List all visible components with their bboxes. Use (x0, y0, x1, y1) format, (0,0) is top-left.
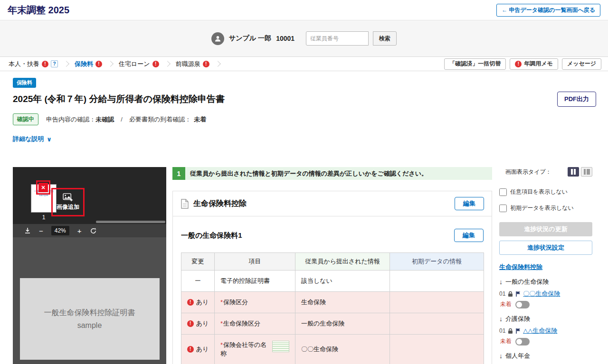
required-mark: * (220, 341, 223, 348)
alert-icon: ! (203, 61, 209, 67)
alert-icon: ! (187, 299, 194, 306)
thumbnail-scrollbar[interactable] (96, 221, 165, 223)
alert-icon: ! (42, 61, 48, 67)
table-row: !あり *保険会社等の名称 〇〇生命保険 (181, 335, 484, 364)
status-row: 確認中 申告内容の確認： 未確認 / 必要書類の到着確認： 未着 (13, 113, 608, 125)
tab-bar-actions: 「確認済」一括切替 ! 年調用メモ メッセージ (444, 58, 601, 70)
detail-description-link[interactable]: 詳細な説明 ∨ (13, 135, 52, 143)
update-progress-button[interactable]: 進捗状況の更新 (499, 222, 592, 236)
add-image-button[interactable]: 画像追加 (51, 188, 85, 216)
help-icon[interactable]: ? (51, 60, 58, 67)
arrow-down-icon: ↓ (499, 278, 503, 286)
arrival-toggle[interactable] (515, 301, 530, 308)
policy-link[interactable]: △△生命保険 (523, 327, 557, 335)
user-avatar-icon (211, 32, 224, 45)
tab-jutaku-loan[interactable]: 住宅ローン ! (117, 60, 161, 68)
rotate-icon[interactable] (90, 227, 97, 234)
chevron-separator-icon (63, 61, 69, 67)
progress-settings-button[interactable]: 進捗状況設定 (499, 241, 592, 255)
col-header-item: 項目 (215, 253, 295, 271)
chevron-separator-icon (215, 61, 221, 67)
chevron-separator-icon (164, 61, 171, 67)
viewer-toolbar: − 42% + (13, 224, 166, 237)
section-edit-button[interactable]: 編集 (455, 197, 484, 210)
zoom-in-button[interactable]: + (77, 227, 82, 234)
user-bar: サンプル 一郎 10001 検索 (0, 20, 608, 57)
hide-initial-data-checkbox-row: 初期データを表示しない (499, 204, 592, 212)
group-item-row: 01 △△生命保険 (499, 327, 592, 335)
bulk-confirm-button[interactable]: 「確認済」一括切替 (444, 58, 506, 70)
col-header-submitted: 従業員から提出された情報 (295, 253, 390, 271)
tab-hokenryo[interactable]: 保険料 ! (73, 60, 104, 68)
life-insurance-card: 生命保険料控除 編集 一般の生命保険料1 編集 変更 項目 従業員から提出さ (172, 191, 492, 364)
pdf-export-button[interactable]: PDF出力 (557, 92, 596, 107)
table-row: !あり *保険区分 生命保険 (181, 292, 484, 313)
alert-icon: ! (152, 61, 159, 67)
thumbnail-strip: 一般保険料控除 sample 1 × 画像追加 (13, 167, 166, 224)
life-insurance-link[interactable]: 生命保険料控除 (499, 263, 542, 271)
user-name: サンプル 一郎 (229, 34, 271, 43)
required-mark: * (220, 299, 223, 306)
diff-table: 変更 項目 従業員から提出された情報 初期データの情報 ー 電子的控除証明書 該… (181, 252, 484, 364)
group-status-row: 未着 (499, 337, 592, 345)
alert-icon: ! (187, 346, 194, 353)
top-header: 年末調整 2025 ← 申告データ確認の一覧画面へ戻る (0, 0, 608, 20)
employee-number-input[interactable] (306, 31, 369, 46)
section-header: 生命保険料控除 編集 (173, 191, 492, 216)
memo-button[interactable]: ! 年調用メモ (510, 58, 558, 70)
download-icon[interactable] (24, 227, 31, 234)
year-end-adjustment-page: 年末調整 2025 ← 申告データ確認の一覧画面へ戻る サンプル 一郎 1000… (0, 0, 608, 364)
status-badge: 確認中 (13, 113, 38, 125)
arrow-down-icon: ↓ (499, 315, 503, 323)
back-to-list-button[interactable]: ← 申告データ確認の一覧画面へ戻る (496, 4, 600, 17)
flag-icon (515, 291, 521, 297)
message-button[interactable]: メッセージ (562, 58, 601, 70)
certificate-preview-document: 一般生命保険料控除証明書 sample (20, 278, 160, 360)
arrival-status: 未着 (500, 300, 512, 308)
subsection-title: 一般の生命保険料1 (181, 231, 242, 240)
lock-icon (508, 328, 513, 334)
group-nursing-care: ↓ 介護保険 (499, 315, 592, 323)
chevron-separator-icon (107, 61, 114, 67)
arrival-toggle[interactable] (515, 338, 530, 345)
category-tab-bar: 本人・扶養 ! ? 保険料 ! 住宅ローン ! 前職源泉 ! 「確認済」一括切替… (0, 57, 608, 71)
col-header-initial: 初期データの情報 (390, 253, 484, 271)
delete-image-button[interactable]: × (38, 183, 48, 192)
chevron-down-icon: ∨ (47, 136, 52, 143)
alert-icon: ! (515, 61, 522, 67)
instruction-banner: 1 従業員から提出された情報と初期データの情報の差異が正しいかをご確認ください。 (172, 167, 492, 180)
confirm-label: 申告内容の確認： (46, 115, 95, 124)
flag-icon (515, 328, 521, 334)
zoom-out-button[interactable]: − (39, 227, 43, 234)
arrival-label: 必要書類の到着確認： (129, 115, 191, 124)
step-number-badge: 1 (172, 167, 185, 180)
delete-image-highlight: × (36, 180, 50, 195)
display-type-split-button[interactable] (568, 167, 579, 177)
image-preview-area[interactable]: 一般生命保険料控除証明書 sample (13, 237, 166, 364)
arrow-down-icon: ↓ (499, 352, 503, 360)
search-button[interactable]: 検索 (373, 31, 397, 46)
hide-optional-items-checkbox[interactable] (499, 188, 507, 196)
subsection-edit-button[interactable]: 編集 (454, 229, 484, 242)
zoom-level: 42% (51, 226, 69, 235)
policy-link[interactable]: 〇〇生命保険 (523, 289, 560, 298)
group-personal-pension: ↓ 個人年金 (499, 352, 592, 360)
display-type-wide-button[interactable] (581, 167, 592, 177)
hide-optional-items-checkbox-row: 任意項目を表示しない (499, 188, 592, 196)
table-row: ー 電子的控除証明書 該当しない (181, 271, 484, 292)
arrival-value: 未着 (194, 115, 206, 124)
certificate-mini-thumbnail[interactable] (272, 341, 289, 352)
lock-icon (508, 291, 513, 297)
subsection-header: 一般の生命保険料1 編集 (181, 229, 484, 242)
group-general-life: ↓ 一般の生命保険 (499, 278, 592, 286)
alert-icon: ! (187, 320, 194, 327)
hide-initial-data-checkbox[interactable] (499, 205, 507, 212)
tab-zenshoku-gensen[interactable]: 前職源泉 ! (174, 60, 211, 68)
tab-honnin-fuyou[interactable]: 本人・扶養 ! ? (7, 60, 60, 68)
user-employee-id: 10001 (276, 35, 294, 42)
col-header-change: 変更 (181, 253, 215, 271)
center-column: 1 従業員から提出された情報と初期データの情報の差異が正しいかをご確認ください。… (172, 167, 492, 364)
table-row: !あり *生命保険区分 一般の生命保険 (181, 313, 484, 335)
group-status-row: 未着 (499, 300, 592, 308)
add-image-icon (63, 193, 73, 202)
